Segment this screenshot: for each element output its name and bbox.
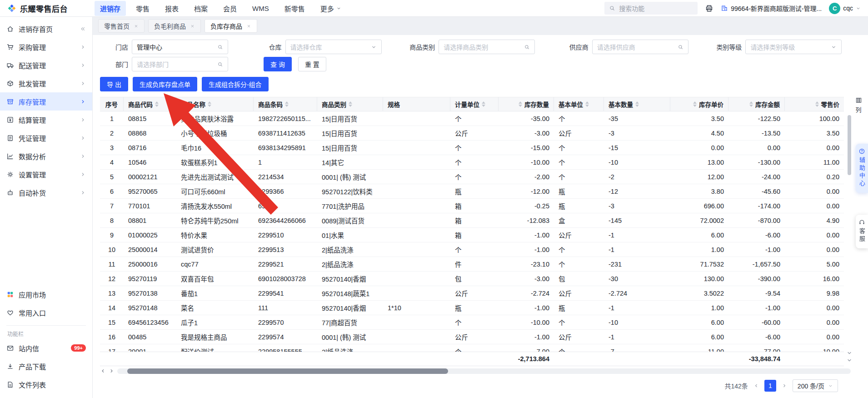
collapse-icon[interactable] (80, 26, 86, 32)
table-row[interactable]: 208868小号卡通垃圾桶693871141263515|日用百货公斤-3.00… (100, 126, 844, 141)
generate-combo-split-button[interactable]: 生成组合拆分-组合 (202, 77, 269, 91)
customer-service-button[interactable]: 客服 (856, 215, 868, 248)
scroll-down-buttons[interactable] (846, 350, 853, 363)
company-selector[interactable]: 99664-新界面商超版测试-管理... (721, 4, 822, 13)
top-nav-item[interactable]: 更多 (315, 1, 347, 16)
table-cell: 5.00 (785, 257, 844, 272)
help-center-button[interactable]: 辅助中心 (856, 144, 868, 193)
generate-negative-stocktake-button[interactable]: 生成负库存盘点单 (133, 77, 197, 91)
filter-department-input[interactable]: 请选择部门 (132, 57, 228, 71)
table-row[interactable]: 1600485我是规格主商品22995740001| (韩) 测试公斤-1.00… (100, 330, 844, 344)
chevron-down-icon[interactable] (846, 350, 853, 356)
tab[interactable]: 负库存商品 (205, 19, 257, 33)
horizontal-scrollbar-thumb[interactable] (127, 368, 448, 374)
table-cell: 2|纸品洗涤 (317, 257, 383, 272)
table-row[interactable]: 108815美肤品爽肤沐浴露1982722650115...15|日用百货个-3… (100, 111, 844, 126)
global-search-input[interactable]: 搜索功能 (604, 2, 698, 15)
scroll-left-icon[interactable] (100, 368, 106, 374)
table-cell (383, 155, 450, 170)
column-settings[interactable]: 列 (853, 97, 864, 114)
filter-supplier-input[interactable]: 请选择供应商 (592, 40, 688, 54)
prev-page-button[interactable] (753, 383, 759, 388)
table-row[interactable]: 1720001配送价测试2299581555552|纸品洗涤个-7.00个-71… (100, 344, 844, 352)
tab[interactable]: 零售首页 (98, 19, 145, 33)
sidebar-item-file-list[interactable]: 文件列表 (0, 375, 92, 393)
horizontal-scrollbar[interactable] (117, 368, 851, 374)
page-size-select[interactable]: 200 条/页 (793, 379, 838, 392)
query-button[interactable]: 查 询 (264, 57, 292, 71)
filter-warehouse-input[interactable]: 请选择仓库 (285, 40, 382, 54)
close-icon[interactable] (246, 24, 251, 29)
sidebar-item-settings[interactable]: 设置管理 (0, 165, 92, 183)
table-cell: 14|其它 (317, 155, 383, 170)
sidebar-item-analytics[interactable]: 数据分析 (0, 147, 92, 165)
top-nav-item[interactable]: WMS (247, 2, 274, 15)
unread-badge: 99+ (71, 344, 86, 352)
table-row[interactable]: 808801特仑苏纯牛奶250ml69236442660660089|测试百货箱… (100, 213, 844, 228)
column-header[interactable]: 库存单价 (670, 97, 728, 111)
sidebar-item-messages[interactable]: 站内信99+ (0, 339, 92, 357)
column-header[interactable]: 计量单位 (450, 97, 499, 111)
sidebar-item-app-market[interactable]: 应用市场 (0, 285, 92, 303)
sidebar-item-settlement[interactable]: 结算管理 (0, 111, 92, 129)
printer-icon[interactable] (705, 4, 713, 13)
table-cell: 3.5022 (670, 286, 728, 301)
user-menu[interactable]: C cqc (829, 3, 861, 14)
filter-category-input[interactable]: 请选择商品类别 (439, 40, 535, 54)
table-row[interactable]: 410546软蛋糕系列1114|其它个-10.00个-1013.00-130.0… (100, 155, 844, 170)
tab[interactable]: 负毛利商品 (148, 19, 201, 33)
table-cell: 08716 (124, 141, 176, 155)
table-row[interactable]: 1295270119双喜百年包690102800372895270140|香烟包… (100, 272, 844, 286)
table-row[interactable]: 7770101清扬洗发水550ml697701|洗护用品箱-0.25瓶-3696… (100, 199, 844, 213)
table-row[interactable]: 1025000014测试进货价22995132|纸品洗涤个-1.00个-11.0… (100, 242, 844, 257)
table-zone: 序号商品代码商品名称商品条码商品类别规格计量单位库存数量基本单位基本数量库存单价… (100, 97, 858, 366)
sidebar-item-product-download[interactable]: 产品下载 (0, 357, 92, 375)
column-header[interactable]: 商品类别 (317, 97, 383, 111)
column-header[interactable]: 库存金额 (728, 97, 785, 111)
vertical-scrollbar-thumb[interactable] (848, 115, 851, 175)
column-header[interactable]: 商品条码 (254, 97, 317, 111)
table-row[interactable]: 1569456123456瓜子1229957077|商超百货个-10.00个-1… (100, 315, 844, 330)
table-cell: 瓶 (554, 199, 604, 213)
current-page[interactable]: 1 (764, 380, 776, 392)
filter-store-input[interactable]: 管理中心 (132, 40, 228, 54)
column-header[interactable]: 零售价 (785, 97, 844, 111)
table-row[interactable]: 1495270148菜名11195270140|香烟1*10瓶-1.00瓶-11… (100, 301, 844, 315)
vertical-scrollbar[interactable] (848, 113, 851, 350)
sidebar-item-purchase[interactable]: 采购管理 (0, 38, 92, 56)
export-button[interactable]: 导 出 (100, 77, 128, 91)
filter-category-level-input[interactable]: 请选择类别等级 (745, 40, 842, 54)
sidebar-item-inventory[interactable]: 库存管理 (0, 92, 92, 111)
column-header[interactable]: 基本单位 (554, 97, 604, 111)
top-nav-item[interactable]: 零售 (130, 1, 155, 16)
column-header[interactable]: 库存数量 (499, 97, 554, 111)
chevron-down-icon[interactable] (846, 357, 853, 363)
reset-button[interactable]: 重 置 (298, 57, 326, 71)
table-row[interactable]: 695270065可口可乐660ml229936695270122|饮料类瓶-1… (100, 184, 844, 199)
next-page-button[interactable] (782, 383, 787, 388)
top-nav-item[interactable]: 进销存 (95, 1, 126, 16)
table-cell: 6.00 (670, 315, 728, 330)
top-nav-item[interactable]: 新零售 (279, 1, 310, 16)
sort-icon (815, 101, 819, 107)
sidebar-item-voucher[interactable]: 凭证管理 (0, 129, 92, 147)
column-header[interactable]: 商品名称 (176, 97, 254, 111)
scroll-right-icon[interactable] (109, 368, 115, 374)
close-icon[interactable] (134, 24, 139, 29)
table-row[interactable]: 901000025特价水果229951001|水果箱-1.00公斤-16.00-… (100, 228, 844, 242)
column-header[interactable]: 基本数量 (604, 97, 670, 111)
sidebar-item-auto-replenish[interactable]: 自动补货 (0, 183, 92, 202)
table-row[interactable]: 308716毛巾16693813429589115|日用百货个-15.00个-1… (100, 141, 844, 155)
table-row[interactable]: 500002121先进先出测试测试22145340001| (韩) 测试个-2.… (100, 170, 844, 184)
sidebar-item-wholesale[interactable]: 批发管理 (0, 74, 92, 92)
sidebar-item-delivery[interactable]: 配送管理 (0, 56, 92, 74)
column-header[interactable]: 商品代码 (124, 97, 176, 111)
close-icon[interactable] (190, 24, 195, 29)
top-nav-item[interactable]: 会员 (218, 1, 242, 16)
top-nav-item[interactable]: 报表 (160, 1, 184, 16)
table-row[interactable]: 1125000016cqc7722995212|纸品洗涤件-23.10个-231… (100, 257, 844, 272)
sidebar-item-home[interactable]: 进销存首页 (0, 20, 92, 38)
table-row[interactable]: 1395270138番茄1229954195270148|蔬菜1公斤-2.724… (100, 286, 844, 301)
sidebar-item-favorites[interactable]: 常用入口 (0, 303, 92, 322)
top-nav-item[interactable]: 档案 (189, 1, 213, 16)
